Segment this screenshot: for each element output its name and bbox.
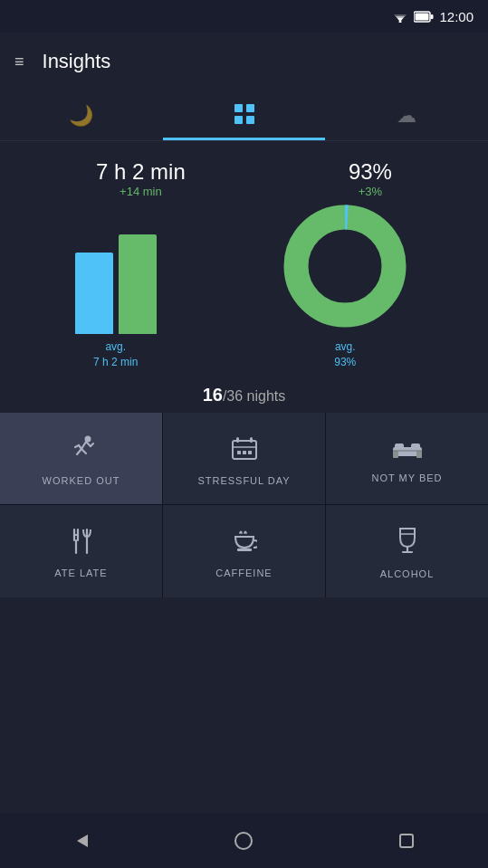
back-button[interactable]	[63, 823, 100, 859]
svg-marker-46	[77, 835, 88, 847]
svg-point-47	[235, 833, 252, 849]
svg-rect-27	[243, 451, 246, 454]
stressful-day-label: STRESSFUL DAY	[197, 475, 290, 486]
grid-cell-ate-late[interactable]: ATE LATE	[0, 505, 162, 597]
worked-out-label: WORKED OUT	[43, 475, 120, 486]
ate-late-icon	[70, 528, 93, 558]
caffeine-icon	[232, 528, 257, 558]
donut-wrap	[277, 198, 413, 334]
sleep-value: 7 h 2 min	[96, 159, 186, 185]
svg-rect-31	[416, 451, 422, 458]
nights-current: 16	[203, 385, 223, 405]
status-icons: 12:00	[392, 9, 474, 24]
grid-icon	[233, 102, 256, 129]
bottom-nav	[0, 814, 488, 868]
home-icon	[234, 831, 254, 851]
grid-cell-caffeine[interactable]: CAFFEINE	[163, 505, 325, 597]
quality-stat: 93% +3%	[349, 159, 392, 198]
grid-cell-worked-out[interactable]: WORKED OUT	[0, 413, 162, 504]
battery-icon	[414, 11, 434, 23]
svg-line-21	[75, 445, 79, 447]
svg-rect-5	[431, 14, 434, 19]
svg-rect-10	[246, 116, 254, 124]
stressful-day-icon	[231, 435, 258, 466]
grid-cell-alcohol[interactable]: ALCOHOL	[326, 505, 488, 597]
bar-blue	[75, 253, 113, 334]
recent-icon	[397, 832, 416, 850]
svg-rect-48	[400, 835, 413, 847]
page-title: Insights	[43, 50, 111, 73]
svg-line-19	[91, 444, 93, 446]
svg-rect-24	[250, 437, 253, 443]
grid-cell-stressful-day[interactable]: STRESSFUL DAY	[163, 413, 325, 504]
wifi-icon	[392, 10, 408, 23]
svg-line-15	[81, 442, 86, 449]
tab-moon[interactable]: 🌙	[0, 91, 163, 140]
bar-chart-bars	[75, 216, 157, 334]
svg-rect-42	[237, 548, 252, 551]
insight-grid: WORKED OUT STRESSFUL DAY	[0, 413, 488, 597]
status-time: 12:00	[439, 9, 474, 24]
bar-chart-label: avg. 7 h 2 min	[93, 339, 138, 370]
bar-green	[119, 234, 157, 334]
svg-rect-8	[246, 104, 254, 112]
header: ≡ Insights	[0, 33, 488, 91]
donut-chart-label: avg. 93%	[334, 339, 356, 370]
svg-rect-9	[234, 116, 243, 124]
svg-rect-7	[234, 104, 243, 112]
svg-rect-6	[416, 13, 429, 20]
quality-value: 93%	[349, 159, 392, 185]
back-icon	[72, 831, 91, 851]
status-bar: 12:00	[0, 0, 488, 33]
donut-svg	[277, 198, 413, 334]
svg-point-12	[296, 217, 394, 315]
sleep-change: +14 min	[120, 185, 162, 198]
recent-button[interactable]	[388, 823, 425, 859]
svg-rect-23	[236, 437, 239, 443]
svg-rect-22	[233, 441, 256, 459]
alcohol-label: ALCOHOL	[380, 568, 435, 579]
svg-rect-33	[411, 444, 420, 451]
svg-rect-32	[395, 444, 404, 451]
grid-cell-not-my-bed[interactable]: NOT MY BED	[326, 413, 488, 504]
svg-line-16	[77, 449, 81, 454]
caffeine-label: CAFFEINE	[215, 568, 272, 578]
bar-chart: avg. 7 h 2 min	[75, 216, 157, 370]
tab-grid[interactable]	[163, 91, 326, 140]
svg-rect-30	[393, 451, 398, 458]
ate-late-label: ATE LATE	[54, 568, 107, 578]
worked-out-icon	[66, 434, 97, 466]
tab-cloud[interactable]: ☁	[325, 91, 488, 140]
donut-chart: avg. 93%	[277, 198, 413, 370]
svg-point-3	[399, 21, 402, 24]
svg-rect-26	[237, 451, 241, 454]
quality-change: +3%	[359, 185, 382, 198]
tab-bar: 🌙 ☁	[0, 91, 488, 141]
home-button[interactable]	[225, 823, 262, 859]
nights-total: /36 nights	[223, 388, 285, 404]
not-my-bed-label: NOT MY BED	[371, 472, 442, 483]
svg-rect-28	[248, 451, 252, 454]
charts-row: avg. 7 h 2 min avg. 93%	[14, 207, 474, 370]
main-content: 7 h 2 min +14 min 93% +3% avg. 7 h 2 min	[0, 141, 488, 405]
stats-row: 7 h 2 min +14 min 93% +3%	[14, 159, 474, 198]
menu-icon[interactable]: ≡	[14, 53, 24, 70]
cloud-icon: ☁	[397, 104, 416, 128]
moon-icon: 🌙	[69, 104, 93, 128]
nights-counter: 16/36 nights	[14, 385, 474, 405]
not-my-bed-icon	[391, 438, 424, 463]
alcohol-icon	[397, 527, 418, 559]
sleep-stat: 7 h 2 min +14 min	[96, 159, 186, 198]
